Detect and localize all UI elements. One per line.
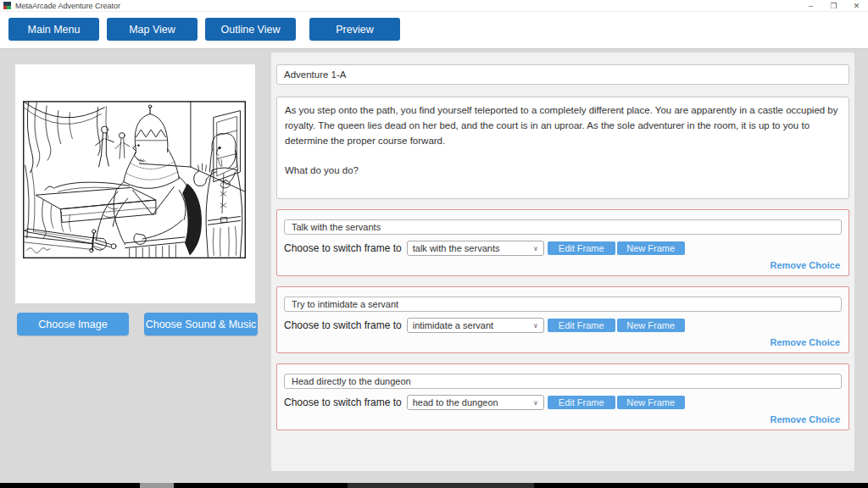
frame-select-value: talk with the servants xyxy=(413,243,500,253)
new-frame-button[interactable]: New Frame xyxy=(617,319,685,332)
choose-sound-music-button[interactable]: Choose Sound & Music xyxy=(144,313,258,336)
choice-switch-row: Choose to switch frame to head to the du… xyxy=(284,395,842,410)
frame-title-input[interactable] xyxy=(276,64,849,85)
main-menu-button[interactable]: Main Menu xyxy=(8,18,99,41)
choose-image-button[interactable]: Choose Image xyxy=(17,313,129,336)
choice-switch-row: Choose to switch frame to talk with the … xyxy=(284,241,842,256)
choice-switch-row: Choose to switch frame to intimidate a s… xyxy=(284,318,842,333)
frame-select[interactable]: head to the dungeon ∨ xyxy=(407,395,544,410)
bottom-strip-segment xyxy=(140,483,174,488)
window-titlebar: MetaArcade Adventure Creator – ❐ ✕ xyxy=(0,0,868,12)
choice-text-input[interactable] xyxy=(284,374,842,389)
top-nav: Main Menu Map View Outline View Preview xyxy=(0,12,868,49)
choice-block-3: Choose to switch frame to head to the du… xyxy=(276,363,849,430)
bottom-strip-segment xyxy=(348,483,534,488)
new-frame-button[interactable]: New Frame xyxy=(617,241,685,255)
choice-block-1: Choose to switch frame to talk with the … xyxy=(276,209,849,276)
preview-button[interactable]: Preview xyxy=(309,18,400,41)
window-controls: – ❐ ✕ xyxy=(799,0,868,12)
frame-description-textarea[interactable]: As you step onto the path, you find your… xyxy=(276,97,849,199)
switch-frame-label: Choose to switch frame to xyxy=(284,396,402,408)
outline-view-button[interactable]: Outline View xyxy=(205,18,296,41)
choice-text-input[interactable] xyxy=(284,219,842,235)
window-title: MetaArcade Adventure Creator xyxy=(15,2,120,10)
frame-select[interactable]: intimidate a servant ∨ xyxy=(407,318,544,333)
app-icon xyxy=(3,2,11,9)
remove-choice-link[interactable]: Remove Choice xyxy=(284,337,842,347)
edit-frame-button[interactable]: Edit Frame xyxy=(548,241,615,255)
chevron-down-icon: ∨ xyxy=(533,399,538,407)
remove-choice-link[interactable]: Remove Choice xyxy=(284,260,842,270)
minimize-icon[interactable]: – xyxy=(799,0,822,12)
choice-block-2: Choose to switch frame to intimidate a s… xyxy=(276,286,849,353)
remove-choice-link[interactable]: Remove Choice xyxy=(284,414,842,424)
chevron-down-icon: ∨ xyxy=(533,245,538,252)
frame-illustration xyxy=(15,64,255,303)
edit-frame-button[interactable]: Edit Frame xyxy=(548,319,615,332)
switch-frame-label: Choose to switch frame to xyxy=(284,319,402,331)
frame-image-panel xyxy=(15,64,255,303)
frame-select-value: intimidate a servant xyxy=(413,320,493,330)
new-frame-button[interactable]: New Frame xyxy=(617,396,685,409)
frame-editor-card: As you step onto the path, you find your… xyxy=(271,53,854,471)
frame-select-value: head to the dungeon xyxy=(413,397,498,408)
chevron-down-icon: ∨ xyxy=(533,322,538,330)
bottom-edge-strip xyxy=(0,483,868,488)
map-view-button[interactable]: Map View xyxy=(107,18,198,41)
frame-select[interactable]: talk with the servants ∨ xyxy=(407,241,544,256)
switch-frame-label: Choose to switch frame to xyxy=(284,242,402,254)
restore-icon[interactable]: ❐ xyxy=(822,0,845,12)
edit-frame-button[interactable]: Edit Frame xyxy=(548,396,615,409)
choice-text-input[interactable] xyxy=(284,297,842,312)
close-icon[interactable]: ✕ xyxy=(845,0,868,12)
